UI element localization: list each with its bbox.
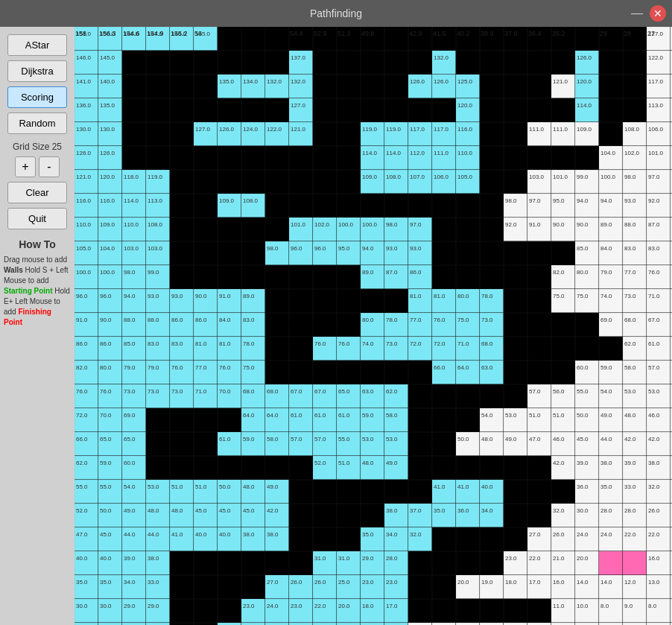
scoring-button[interactable]: Scoring xyxy=(7,86,67,108)
size-increase-button[interactable]: + xyxy=(15,156,36,177)
window-title: Pathfinding xyxy=(310,7,362,19)
size-decrease-button[interactable]: - xyxy=(39,156,60,177)
walls-keyword: Walls xyxy=(4,266,23,274)
starting-point-keyword: Starting Point xyxy=(4,287,53,295)
quit-button[interactable]: Quit xyxy=(7,208,67,229)
sidebar: AStar Dijkstra Scoring Random Grid Size … xyxy=(0,27,75,625)
how-to-text: Drag mouse to add Walls Hold S + Left Mo… xyxy=(4,255,71,328)
close-button[interactable]: ✕ xyxy=(650,5,666,22)
window-controls: — ✕ xyxy=(629,5,666,22)
size-controls: + - xyxy=(15,156,60,177)
title-bar: Pathfinding — ✕ xyxy=(0,0,672,27)
grid-size-label: Grid Size 25 xyxy=(13,142,62,152)
clear-button[interactable]: Clear xyxy=(7,182,67,203)
main-content: AStar Dijkstra Scoring Random Grid Size … xyxy=(0,27,672,625)
how-to-title: How To xyxy=(19,238,56,250)
grid-area[interactable] xyxy=(75,27,672,625)
finishing-point-keyword: Finishing Point xyxy=(4,308,51,326)
random-button[interactable]: Random xyxy=(7,112,67,134)
dijkstra-button[interactable]: Dijkstra xyxy=(7,60,67,82)
minimize-button[interactable]: — xyxy=(629,5,645,22)
pathfinding-grid[interactable] xyxy=(75,27,672,625)
astar-button[interactable]: AStar xyxy=(7,34,67,56)
